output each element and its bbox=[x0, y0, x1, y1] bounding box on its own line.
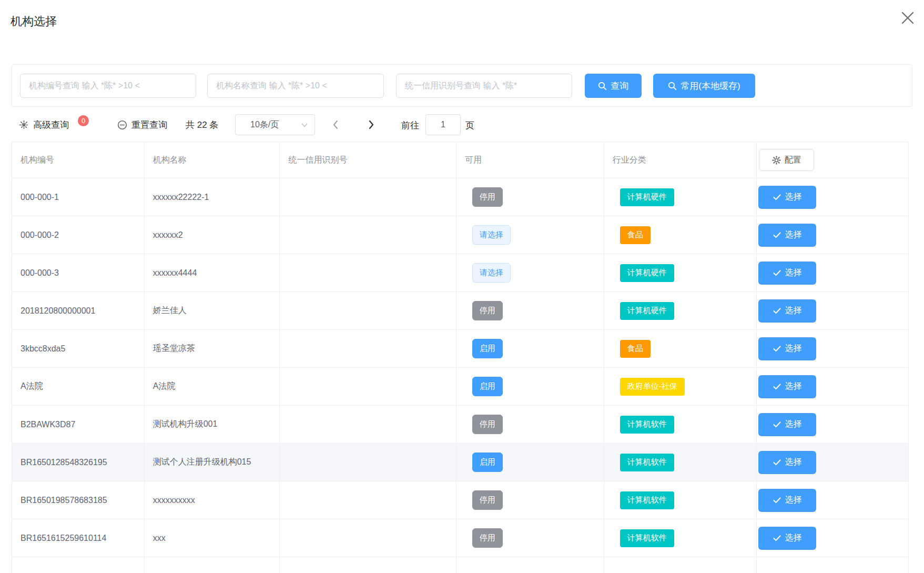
page-title: 机构选择 bbox=[11, 14, 57, 29]
status-badge[interactable]: 停用 bbox=[472, 528, 503, 548]
org-name-search-input[interactable] bbox=[207, 74, 384, 98]
select-button[interactable]: 选择 bbox=[758, 262, 816, 285]
page-size-select[interactable]: 10条/页 bbox=[235, 114, 315, 135]
status-badge[interactable]: 停用 bbox=[472, 301, 503, 320]
select-button[interactable]: 选择 bbox=[758, 413, 816, 436]
industry-cell: 计算机软件 bbox=[604, 481, 757, 519]
status-badge[interactable]: 请选择 bbox=[472, 225, 511, 245]
industry-cell: 食品 bbox=[604, 216, 757, 254]
search-icon bbox=[598, 82, 607, 91]
select-button[interactable]: 选择 bbox=[758, 527, 816, 550]
table-body: 000-000-1xxxxxx22222-1停用计算机硬件选择000-000-2… bbox=[12, 178, 908, 573]
credit-code-search-input[interactable] bbox=[396, 74, 572, 98]
table-row: 000-000-3xxxxxx4444请选择计算机硬件选择 bbox=[12, 254, 908, 292]
select-button[interactable]: 选择 bbox=[758, 224, 816, 247]
select-button[interactable]: 选择 bbox=[758, 299, 816, 323]
table-row: 000-000-1xxxxxx22222-1停用计算机硬件选择 bbox=[12, 178, 908, 216]
check-icon bbox=[773, 384, 781, 390]
reset-query-button[interactable]: 重置查询 bbox=[117, 114, 167, 135]
chevron-down-icon bbox=[301, 122, 308, 129]
credit-code-cell bbox=[280, 519, 456, 557]
status-badge[interactable]: 启用 bbox=[472, 339, 503, 358]
select-button[interactable]: 选择 bbox=[758, 489, 816, 512]
select-button[interactable]: 选择 bbox=[758, 451, 816, 474]
actions-cell: 选择 bbox=[757, 254, 908, 291]
empty-cell bbox=[456, 557, 604, 573]
industry-tag: 计算机硬件 bbox=[620, 188, 674, 206]
status-badge[interactable]: 停用 bbox=[472, 187, 503, 207]
empty-cell bbox=[12, 557, 145, 573]
industry-tag: 食品 bbox=[620, 340, 651, 358]
available-cell: 停用 bbox=[456, 519, 604, 557]
select-button-label: 选择 bbox=[785, 305, 802, 316]
org-name-cell: A法院 bbox=[145, 368, 280, 405]
table-row: 2018120800000001娇兰佳人停用计算机硬件选择 bbox=[12, 292, 908, 330]
advanced-query-badge: 0 bbox=[78, 115, 89, 126]
industry-cell: 食品 bbox=[604, 330, 757, 367]
credit-code-cell bbox=[280, 178, 456, 216]
org-code-cell: 000-000-3 bbox=[12, 254, 145, 291]
org-name-cell: xxxxxx4444 bbox=[145, 254, 280, 291]
org-name-cell: xxxxxx22222-1 bbox=[145, 178, 280, 216]
table-row-empty bbox=[12, 557, 908, 573]
industry-cell: 政府单位-社保 bbox=[604, 368, 757, 405]
org-code-cell: B2BAWK3D87 bbox=[12, 406, 145, 443]
select-button-label: 选择 bbox=[785, 343, 802, 354]
close-button[interactable] bbox=[894, 4, 921, 32]
status-badge[interactable]: 启用 bbox=[472, 453, 503, 472]
org-code-cell: 3kbcc8xda5 bbox=[12, 330, 145, 367]
industry-tag: 计算机硬件 bbox=[620, 302, 674, 320]
gear-icon bbox=[772, 156, 781, 165]
table-row: B2BAWK3D87测试机构升级001停用计算机软件选择 bbox=[12, 406, 908, 444]
credit-code-cell bbox=[280, 330, 456, 367]
check-icon bbox=[773, 497, 781, 504]
available-cell: 启用 bbox=[456, 330, 604, 367]
select-button[interactable]: 选择 bbox=[758, 186, 816, 209]
industry-cell: 计算机软件 bbox=[604, 444, 757, 481]
available-cell: 停用 bbox=[456, 292, 604, 329]
prev-page-button[interactable] bbox=[324, 114, 347, 135]
empty-cell bbox=[280, 557, 456, 573]
status-badge[interactable]: 停用 bbox=[472, 415, 503, 434]
industry-tag: 计算机软件 bbox=[620, 491, 674, 509]
credit-code-cell bbox=[280, 254, 456, 291]
available-cell: 停用 bbox=[456, 406, 604, 443]
header-industry: 行业分类 bbox=[604, 142, 757, 178]
status-badge[interactable]: 请选择 bbox=[472, 263, 511, 283]
industry-tag: 计算机硬件 bbox=[620, 264, 674, 282]
advanced-query-label: 高级查询 bbox=[33, 119, 69, 131]
org-name-cell: xxxxxx2 bbox=[145, 216, 280, 254]
check-icon bbox=[773, 421, 781, 428]
actions-cell: 选择 bbox=[757, 444, 908, 481]
industry-tag: 计算机软件 bbox=[620, 454, 674, 471]
available-cell: 启用 bbox=[456, 444, 604, 481]
status-badge[interactable]: 停用 bbox=[472, 490, 503, 510]
credit-code-cell bbox=[280, 368, 456, 405]
close-icon bbox=[899, 9, 916, 26]
org-code-cell: 000-000-2 bbox=[12, 216, 145, 254]
next-page-button[interactable] bbox=[360, 114, 383, 135]
check-icon bbox=[773, 232, 781, 238]
chevron-right-icon bbox=[367, 119, 375, 130]
header-credit-code: 统一信用识别号 bbox=[280, 142, 456, 178]
org-code-search-input[interactable] bbox=[20, 74, 196, 98]
page-size-value: 10条/页 bbox=[250, 119, 279, 130]
select-button[interactable]: 选择 bbox=[758, 337, 816, 360]
org-table: 机构编号 机构名称 统一信用识别号 可用 行业分类 配置 bbox=[12, 142, 909, 573]
goto-page-input[interactable] bbox=[425, 114, 461, 135]
config-button[interactable]: 配置 bbox=[759, 149, 814, 171]
local-cache-button[interactable]: 常用(本地缓存) bbox=[653, 74, 755, 98]
org-name-cell: 测试机构升级001 bbox=[145, 406, 280, 443]
industry-tag: 计算机软件 bbox=[620, 416, 674, 434]
actions-cell: 选择 bbox=[757, 330, 908, 367]
check-icon bbox=[773, 459, 781, 466]
status-badge[interactable]: 启用 bbox=[472, 377, 503, 396]
select-button-label: 选择 bbox=[785, 419, 802, 430]
select-button-label: 选择 bbox=[785, 381, 802, 392]
check-icon bbox=[773, 346, 781, 352]
query-button[interactable]: 查询 bbox=[585, 74, 642, 98]
org-name-cell: 测试个人注册升级机构015 bbox=[145, 444, 280, 481]
advanced-query-button[interactable]: 高级查询 0 bbox=[19, 114, 89, 135]
select-button[interactable]: 选择 bbox=[758, 375, 816, 398]
table-row: 000-000-2xxxxxx2请选择食品选择 bbox=[12, 216, 908, 254]
